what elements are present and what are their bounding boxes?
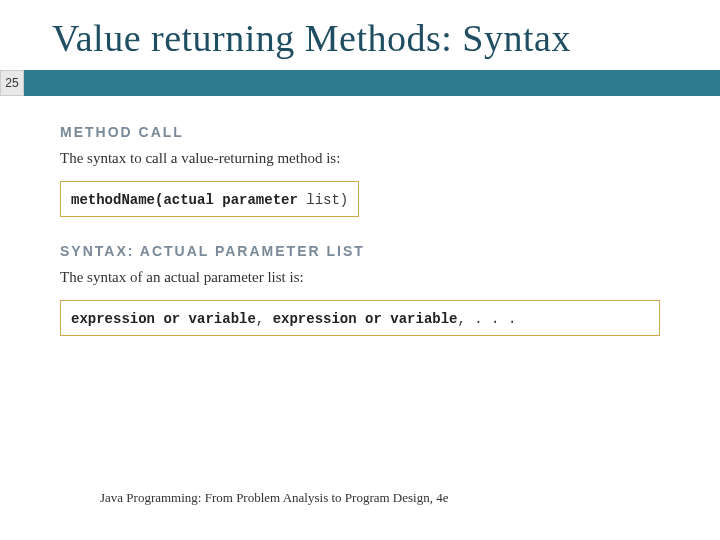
code-comma1: ,: [256, 311, 273, 327]
param-list-heading: SYNTAX: ACTUAL PARAMETER LIST: [60, 243, 660, 259]
code-tail: , . . .: [458, 311, 517, 327]
footer-text: Java Programming: From Problem Analysis …: [100, 490, 448, 506]
param-list-text: The syntax of an actual parameter list i…: [60, 269, 660, 286]
content-area: METHOD CALL The syntax to call a value-r…: [0, 96, 720, 336]
code-line: expression or variable, expression or va…: [71, 311, 516, 327]
slide-title: Value returning Methods: Syntax: [0, 0, 720, 70]
code-plain-part: list): [298, 192, 348, 208]
method-call-code-box: methodName(actual parameter list): [60, 181, 359, 217]
method-call-text: The syntax to call a value-returning met…: [60, 150, 660, 167]
code-line: methodName(actual parameter list): [71, 192, 348, 208]
page-number-badge: 25: [0, 70, 24, 96]
code-expr1: expression or variable: [71, 311, 256, 327]
accent-bar: [24, 70, 720, 96]
param-list-code-box: expression or variable, expression or va…: [60, 300, 660, 336]
method-call-heading: METHOD CALL: [60, 124, 660, 140]
title-bar: 25: [0, 70, 720, 96]
code-expr2: expression or variable: [273, 311, 458, 327]
code-bold-part: methodName(actual parameter: [71, 192, 298, 208]
